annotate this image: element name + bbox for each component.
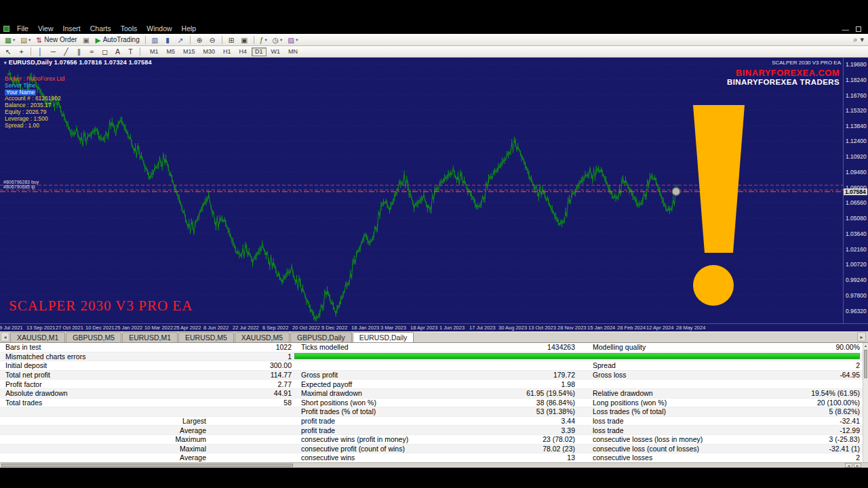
date-axis[interactable]: 29 Jul 202113 Sep 202127 Oct 202110 Dec … — [0, 323, 868, 331]
tab-eurusd-m5[interactable]: EURUSD,M5 — [178, 332, 234, 342]
timeframe-h1[interactable]: H1 — [220, 47, 235, 56]
timeframe-d1[interactable]: D1 — [252, 47, 267, 56]
periods-button[interactable]: ◷▾ — [271, 35, 284, 45]
new-order-button[interactable]: ⇅New Order — [34, 35, 79, 45]
ea-name-watermark: SCALPER 2030 V3 PRO EA — [9, 298, 193, 314]
timeframe-mn[interactable]: MN — [285, 47, 301, 56]
chevron-down-icon: ▾ — [13, 37, 15, 43]
order-label: #806790685 tp — [3, 184, 35, 189]
report-value: 44.91 — [209, 389, 293, 397]
timeframe-m1[interactable]: M1 — [146, 47, 162, 56]
menu-help[interactable]: Help — [177, 24, 201, 34]
price-tick: 0.97800 — [846, 292, 867, 299]
price-tick: 1.03640 — [846, 230, 867, 237]
new-chart-button[interactable]: ▦▾ — [3, 35, 17, 45]
timeframe-h4[interactable]: H4 — [236, 47, 251, 56]
cursor-tool[interactable]: ↖ — [3, 47, 14, 57]
restore-icon[interactable] — [856, 26, 861, 32]
menu-insert[interactable]: Insert — [58, 24, 85, 34]
line-chart-button[interactable]: ↗ — [175, 35, 186, 45]
hscroll-thumb[interactable] — [1, 464, 293, 467]
menu-charts[interactable]: Charts — [85, 24, 116, 34]
report-label: loss trade — [576, 426, 781, 434]
tester-report-panel: Bars in test1022Ticks modelled1434263Mod… — [0, 342, 868, 462]
minimize-icon[interactable]: — — [842, 25, 850, 33]
tab-eurusd-daily[interactable]: EURUSD,Daily — [353, 332, 414, 342]
new-order-icon: ⇅ — [36, 36, 42, 44]
chart-area[interactable]: ▾EURUSD,Daily 1.07656 1.07816 1.07324 1.… — [0, 58, 868, 331]
crosshair-tool[interactable]: + — [16, 47, 27, 57]
collapse-triangle-icon[interactable]: ▾ — [4, 60, 7, 65]
channel-tool[interactable]: ∥ — [73, 47, 85, 57]
chevron-down-icon: ▾ — [265, 37, 267, 43]
toolbar-separator — [254, 36, 254, 44]
report-label: Modelling quality — [576, 343, 781, 351]
tabs-scroll-left-icon[interactable]: ◂ — [1, 332, 9, 342]
date-tick: 28 Nov 2023 — [557, 325, 587, 331]
chart-window-title: ▾EURUSD,Daily 1.07656 1.07816 1.07324 1.… — [4, 59, 152, 66]
bar-chart-button[interactable]: ▥ — [149, 35, 161, 45]
tab-gbpusd-daily[interactable]: GBPUSD,Daily — [290, 332, 352, 342]
toolbar-more-icon[interactable]: ▾ — [860, 35, 864, 44]
shapes-tool[interactable]: ◻ — [99, 47, 111, 57]
bottom-horizontal-scrollbar[interactable]: ◂ ▸ — [0, 462, 868, 468]
report-row: Largestprofit trade3.44loss trade-32.41 — [0, 417, 868, 426]
shapes-icon: ◻ — [102, 47, 108, 56]
report-label: Bars in test — [0, 343, 209, 351]
price-tick: 1.02160 — [846, 246, 867, 253]
search-icon[interactable]: ⌕ — [853, 35, 857, 44]
label-tool[interactable]: T — [125, 47, 136, 57]
zoom-in-button[interactable]: ⊕ — [194, 35, 205, 45]
price-chart[interactable] — [0, 58, 843, 323]
chevron-down-icon: ▾ — [28, 37, 31, 43]
zoom-out-button[interactable]: ⊖ — [207, 35, 218, 45]
menu-window[interactable]: Window — [142, 24, 176, 34]
text-tool[interactable]: A — [112, 47, 123, 57]
menu-tools[interactable]: Tools — [116, 24, 142, 34]
menu-view[interactable]: View — [33, 24, 58, 34]
scrollbar-thumb[interactable] — [864, 350, 867, 378]
timeframe-m5[interactable]: M5 — [163, 47, 179, 56]
tab-eurusd-m1[interactable]: EURUSD,M1 — [122, 332, 178, 342]
report-value: 1 — [209, 352, 293, 361]
tabs-scroll-right-icon[interactable]: ▸ — [857, 332, 866, 342]
report-value: 20 (100.00%) — [781, 399, 868, 407]
price-tick: 1.15320 — [846, 107, 867, 114]
profiles-button[interactable]: ▤▾ — [18, 35, 33, 45]
report-label: loss trade — [576, 417, 781, 425]
timeframe-m15[interactable]: M15 — [180, 47, 199, 56]
tab-xauusd-m1[interactable]: XAUUSD,M1 — [10, 332, 65, 342]
timeframe-w1[interactable]: W1 — [268, 47, 284, 56]
expert-advisors-button[interactable]: ▣ — [81, 35, 92, 45]
hscroll-left-icon[interactable]: ◂ — [845, 463, 852, 468]
report-row: Profit factor2.77Expected payoff1.98 — [0, 380, 868, 389]
mt4-window: FileViewInsertChartsToolsWindowHelp — ▦▾… — [0, 24, 868, 468]
templates-button[interactable]: ▨▾ — [285, 35, 300, 45]
candlestick-button[interactable]: ▮ — [162, 35, 174, 45]
indicators-button[interactable]: ƒ▾ — [258, 35, 269, 45]
tile-windows-icon: ⊞ — [229, 36, 235, 44]
report-value: 114.77 — [209, 371, 293, 379]
tile-windows-button[interactable]: ⊞ — [226, 35, 237, 45]
price-tick: 1.12400 — [846, 138, 867, 144]
date-tick: 13 Oct 2023 — [528, 325, 556, 331]
menu-file[interactable]: File — [12, 24, 33, 34]
autotrading-button[interactable]: ▶AutoTrading — [94, 35, 142, 45]
report-row: Absolute drawdown44.91Maximal drawdown61… — [0, 389, 868, 399]
hscroll-right-icon[interactable]: ▸ — [854, 463, 861, 468]
menu-bar: FileViewInsertChartsToolsWindowHelp — — [0, 24, 868, 34]
vertical-line-tool[interactable]: │ — [35, 47, 46, 57]
expert-advisors-icon: ▣ — [83, 36, 90, 44]
timeframe-m30[interactable]: M30 — [200, 47, 219, 56]
price-axis[interactable]: 1.196801.182401.167601.153201.138401.124… — [843, 58, 868, 323]
tab-xauusd-m5[interactable]: XAUUSD,M5 — [235, 332, 290, 342]
ea-overlay-title: SCALPER 2030 V3 PRO EA — [772, 60, 841, 66]
cascade-windows-button[interactable]: ▣ — [239, 35, 250, 45]
horizontal-line-tool[interactable]: ─ — [47, 47, 59, 57]
fibonacci-tool[interactable]: ≈ — [86, 47, 98, 57]
report-label: Largest — [0, 417, 209, 425]
tab-gbpusd-m5[interactable]: GBPUSD,M5 — [66, 332, 121, 342]
report-value: 3.39 — [496, 426, 576, 434]
trendline-tool[interactable]: ╱ — [60, 47, 72, 57]
report-vertical-scrollbar[interactable]: ▴ — [863, 343, 868, 462]
